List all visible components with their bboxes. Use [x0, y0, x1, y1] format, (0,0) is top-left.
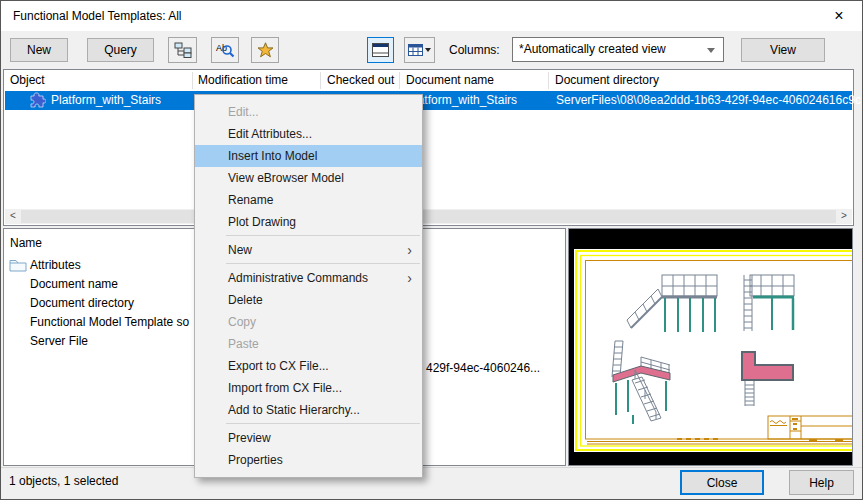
- menu-item-edit[interactable]: Edit...: [195, 101, 422, 123]
- menu-item-rename[interactable]: Rename: [195, 189, 422, 211]
- folder-icon: [9, 258, 27, 272]
- submenu-arrow-icon: ›: [407, 267, 412, 289]
- menu-item-plot-drawing[interactable]: Plot Drawing: [195, 211, 422, 233]
- menu-item-new[interactable]: New ›: [195, 239, 422, 261]
- submenu-arrow-icon: ›: [407, 239, 412, 261]
- query-button[interactable]: Query: [87, 38, 154, 62]
- close-icon[interactable]: ×: [828, 5, 850, 27]
- menu-item-preview[interactable]: Preview: [195, 427, 422, 449]
- new-button[interactable]: New: [10, 38, 68, 62]
- find-button[interactable]: Ab: [211, 37, 239, 63]
- menu-item-paste[interactable]: Paste: [195, 333, 422, 355]
- title-bar: Functional Model Templates: All ×: [1, 1, 862, 31]
- preview-pane: [568, 228, 853, 466]
- view-button[interactable]: View: [741, 38, 825, 62]
- status-text: 1 objects, 1 selected: [9, 474, 118, 488]
- menu-item-add-to-static-hierarchy[interactable]: Add to Static Hierarchy...: [195, 399, 422, 421]
- columns-view-dropdown-button[interactable]: [404, 37, 435, 63]
- scroll-right-icon[interactable]: >: [836, 209, 852, 224]
- scroll-left-icon[interactable]: <: [5, 209, 21, 224]
- combobox-caret-icon: [707, 48, 715, 53]
- table-row-platform-with-stairs[interactable]: Platform_with_Stairs Platform_with_Stair…: [5, 91, 852, 110]
- functional-model-templates-dialog: Functional Model Templates: All × New Qu…: [0, 0, 863, 500]
- column-header-document-name[interactable]: Document name: [406, 73, 494, 87]
- preview-drawing: [569, 229, 852, 465]
- menu-item-administrative-commands[interactable]: Administrative Commands ›: [195, 267, 422, 289]
- menu-item-copy[interactable]: Copy: [195, 311, 422, 333]
- horizontal-scrollbar[interactable]: < >: [5, 209, 852, 224]
- column-divider: [192, 72, 193, 89]
- column-divider: [548, 72, 549, 89]
- column-divider: [320, 72, 321, 89]
- columns-combobox[interactable]: *Automatically created view: [512, 37, 724, 62]
- menu-separator: [226, 263, 420, 264]
- cell-document-directory: ServerFiles\08\08ea2ddd-1b63-429f-94ec-4…: [556, 93, 861, 107]
- name-column-header[interactable]: Name: [10, 236, 42, 250]
- hierarchy-view-button[interactable]: [168, 37, 197, 63]
- hierarchy-icon: [174, 42, 192, 58]
- scrollbar-thumb[interactable]: [21, 210, 836, 223]
- split-view-toggle-button[interactable]: [367, 37, 394, 63]
- column-header-checked-out[interactable]: Checked out: [327, 73, 394, 87]
- column-header-modification-time[interactable]: Modification time: [198, 73, 288, 87]
- column-header-object[interactable]: Object: [10, 73, 45, 87]
- menu-item-insert-into-model[interactable]: Insert Into Model: [195, 145, 422, 167]
- column-header-document-directory[interactable]: Document directory: [555, 73, 659, 87]
- columns-label: Columns:: [449, 43, 500, 57]
- object-list: Object Modification time Checked out Doc…: [3, 69, 854, 226]
- menu-item-edit-attributes[interactable]: Edit Attributes...: [195, 123, 422, 145]
- puzzle-piece-icon: [30, 92, 46, 108]
- menu-item-delete[interactable]: Delete: [195, 289, 422, 311]
- menu-item-view-ebrowser-model[interactable]: View eBrowser Model: [195, 167, 422, 189]
- context-menu: Edit... Edit Attributes... Insert Into M…: [194, 94, 423, 478]
- document-directory-value: 429f-94ec-4060246...: [426, 361, 540, 375]
- find-icon: Ab: [215, 41, 235, 59]
- menu-item-export-to-cx-file[interactable]: Export to CX File...: [195, 355, 422, 377]
- close-button[interactable]: Close: [680, 470, 764, 495]
- columns-combobox-value: *Automatically created view: [519, 42, 695, 56]
- dialog-title: Functional Model Templates: All: [13, 9, 182, 23]
- menu-separator: [226, 423, 420, 424]
- column-divider: [399, 72, 400, 89]
- menu-item-import-from-cx-file[interactable]: Import from CX File...: [195, 377, 422, 399]
- svg-text:Ab: Ab: [216, 43, 227, 53]
- split-view-icon: [372, 43, 389, 57]
- table-icon: [408, 44, 423, 56]
- help-button[interactable]: Help: [789, 470, 854, 495]
- cell-object: Platform_with_Stairs: [51, 93, 161, 107]
- favorites-button[interactable]: [251, 37, 279, 63]
- cell-document-name: Platform_with_Stairs: [407, 93, 517, 107]
- star-icon: [257, 42, 274, 58]
- status-divider: [1, 467, 862, 468]
- menu-separator: [226, 235, 420, 236]
- menu-item-properties[interactable]: Properties: [195, 449, 422, 471]
- dropdown-caret-icon: [425, 48, 431, 52]
